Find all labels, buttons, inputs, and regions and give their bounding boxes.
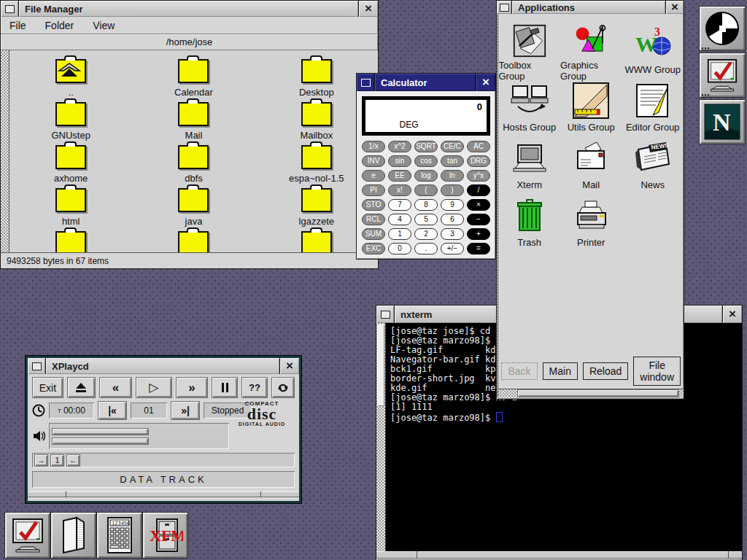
calc-button[interactable]: − [467,214,490,225]
file-item[interactable]: axhome [9,145,132,188]
next-track-button[interactable]: »| [171,401,200,420]
app-item[interactable]: NEWS News [622,139,684,197]
track-number-button[interactable]: 1 [50,454,64,467]
calc-button[interactable]: 9 [441,199,464,211]
app-item[interactable]: Hosts Group [498,82,560,139]
calc-button[interactable]: ( [414,184,438,196]
calc-button[interactable]: EXC [362,243,385,254]
window-menu-button[interactable] [1,1,18,17]
calc-button[interactable]: × [467,199,490,211]
calc-button[interactable]: STO [362,199,385,211]
file-item[interactable]: Mail [132,102,255,145]
file-item[interactable]: Calendar [132,59,255,102]
repeat-button[interactable] [271,377,295,398]
menu-view[interactable]: View [93,20,115,31]
file-window-button[interactable]: File window [633,357,681,386]
rewind-button[interactable]: « [99,377,132,398]
app-item[interactable]: Utils Group [560,82,622,139]
vertical-scrollbar[interactable] [1,50,9,252]
iconified-xfm[interactable]: XFM [142,512,188,559]
close-button[interactable]: × [476,74,495,91]
calc-button[interactable]: INV [362,155,385,167]
calc-button[interactable]: PI [362,184,385,196]
pause-button[interactable] [212,377,238,398]
track-forward-button[interactable]: → [34,454,48,467]
calc-button[interactable]: 1/x [362,141,385,152]
calc-button[interactable]: SQRT [414,141,438,152]
fast-forward-button[interactable]: » [176,377,209,398]
file-item[interactable]: dbfs [132,145,255,188]
close-button[interactable]: × [666,1,684,14]
menu-file[interactable]: File [9,20,26,31]
iconified-calculator[interactable]: 123456 [96,512,142,559]
eject-button[interactable] [67,377,96,398]
calc-button[interactable]: CE/C [441,141,464,152]
balance-slider[interactable] [52,438,149,445]
reload-button[interactable]: Reload [583,362,628,380]
file-item[interactable]: .. [9,59,132,102]
calc-button[interactable]: 8 [414,199,438,211]
shuffle-button[interactable]: ?? [241,377,268,398]
previous-track-button[interactable]: |« [98,401,127,420]
window-menu-button[interactable] [28,358,45,374]
calc-button[interactable]: = [467,243,490,254]
calc-button[interactable]: 4 [388,214,411,225]
window-menu-button[interactable] [376,306,394,323]
calc-button[interactable]: 3 [441,228,464,240]
exit-button[interactable]: Exit [32,377,63,398]
calc-button[interactable]: x! [388,184,411,196]
app-item[interactable]: Xterm [498,139,560,197]
app-item[interactable]: Editor Group [622,82,684,139]
play-button[interactable]: ▷ [136,377,172,398]
calc-button[interactable]: + [467,228,490,240]
calc-button[interactable]: tan [441,155,464,167]
app-item[interactable]: Trash [498,197,560,254]
window-bottom-border[interactable] [376,551,742,559]
iconified-xv-monitor[interactable] [4,512,50,559]
app-item[interactable]: Toolbox Group [498,24,560,82]
file-item[interactable]: html [9,188,132,231]
calc-button[interactable]: / [467,184,490,196]
calc-button[interactable]: . [414,243,438,254]
calc-button[interactable]: RCL [362,214,385,225]
calc-button[interactable]: x^2 [388,141,411,152]
app-item[interactable]: W 3 WWW Group [622,24,684,82]
close-button[interactable]: × [359,1,378,17]
calc-button[interactable]: ln [441,170,464,182]
calc-button[interactable]: y^x [467,170,490,182]
calc-button[interactable]: cos [414,155,438,167]
file-item[interactable] [9,231,132,252]
scrollbar-thumb[interactable] [517,389,679,397]
calc-button[interactable]: ) [441,184,464,196]
scrollbar-thumb[interactable] [377,324,384,406]
close-button[interactable]: × [723,306,742,323]
close-button[interactable]: × [280,358,299,374]
calc-button[interactable]: EE [388,170,411,182]
calc-button[interactable]: sin [388,155,411,167]
calc-button[interactable]: 2 [414,228,438,240]
calc-button[interactable]: e [362,170,385,182]
track-back-button[interactable]: ← [66,454,80,467]
window-menu-button[interactable] [357,74,374,91]
iconified-circle-logo[interactable] [699,6,746,51]
calc-button[interactable]: AC [467,141,490,152]
app-item[interactable]: Printer [560,197,622,254]
main-button[interactable]: Main [543,362,578,380]
calc-button[interactable]: +/− [441,243,464,254]
app-item[interactable]: Mail [560,139,622,197]
iconified-speaker-box[interactable] [50,512,96,559]
window-menu-button[interactable] [497,1,511,14]
file-item[interactable] [132,231,255,252]
calc-button[interactable]: SUM [362,228,385,240]
app-item[interactable]: Graphics Group [560,24,622,82]
calc-button[interactable]: log [414,170,438,182]
menu-folder[interactable]: Folder [45,20,74,31]
calc-button[interactable]: 0 [388,243,411,254]
iconified-netscape[interactable]: N [699,99,746,144]
vertical-scrollbar[interactable] [376,323,386,551]
horizontal-scrollbar[interactable] [498,389,684,397]
file-item[interactable]: GNUstep [9,102,132,145]
calc-button[interactable]: DRG [467,155,490,167]
back-button[interactable]: Back [501,362,537,380]
calc-button[interactable]: 7 [388,199,411,211]
